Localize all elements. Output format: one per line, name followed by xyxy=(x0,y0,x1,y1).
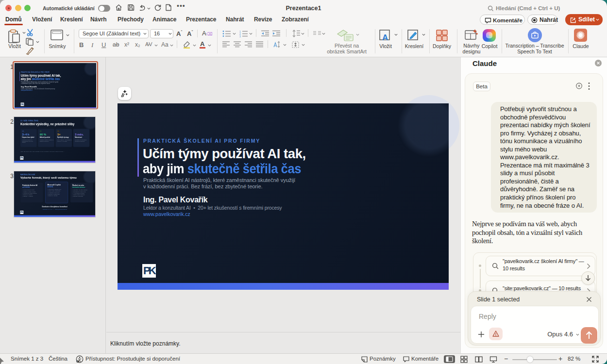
svg-text:3: 3 xyxy=(239,35,241,37)
svg-text:A: A xyxy=(382,33,388,41)
